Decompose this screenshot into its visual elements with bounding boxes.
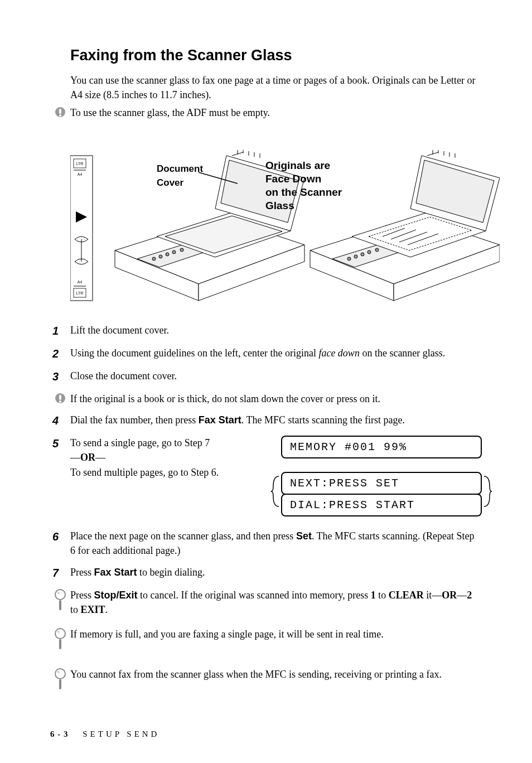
tip-cannot-fax-text: You cannot fax from the scanner glass wh… — [70, 667, 482, 682]
svg-point-38 — [347, 257, 351, 260]
svg-point-60 — [55, 590, 65, 600]
lcd-toggle-group: NEXT:PRESS SET DIAL:PRESS START — [281, 472, 482, 516]
svg-point-19 — [159, 255, 162, 258]
svg-point-2 — [59, 114, 61, 117]
footer-page-number: 6 - 3 — [50, 730, 69, 738]
tip-icon — [50, 627, 70, 651]
tip-stop-exit-text: Press Stop/Exit to cancel. If the origin… — [70, 588, 482, 617]
page-heading: Faxing from the Scanner Glass — [70, 45, 482, 66]
tip-icon — [50, 588, 70, 612]
step-number-7: 7 — [50, 565, 70, 581]
svg-point-66 — [55, 669, 65, 679]
step-number-4: 4 — [50, 413, 70, 429]
tip-cannot-fax: You cannot fax from the scanner glass wh… — [50, 667, 482, 692]
label-originals-3: on the Scanner — [265, 186, 342, 198]
svg-text:A4: A4 — [78, 172, 83, 176]
step-4-text: Dial the fax number, then press Fax Star… — [70, 413, 482, 427]
svg-rect-1 — [59, 109, 61, 114]
label-originals-4: Glass — [265, 200, 294, 211]
svg-marker-8 — [76, 211, 87, 223]
alert-adf: To use the scanner glass, the ADF must b… — [50, 105, 482, 122]
alert-book: If the original is a book or is thick, d… — [50, 392, 482, 408]
lcd-memory: MEMORY #001 99% — [281, 436, 482, 458]
warning-icon — [50, 105, 70, 122]
svg-point-41 — [367, 250, 371, 254]
step-5-text: To send a single page, go to Step 7 —OR—… — [70, 436, 270, 479]
lcd-dial: DIAL:PRESS START — [281, 494, 482, 516]
svg-rect-3 — [70, 156, 93, 301]
step-number-2: 2 — [50, 346, 70, 362]
svg-rect-62 — [59, 600, 61, 610]
svg-text:A4: A4 — [78, 280, 83, 284]
alert-book-text: If the original is a book or is thick, d… — [70, 392, 482, 406]
label-document-cover-2: Cover — [157, 177, 183, 188]
svg-point-67 — [57, 671, 60, 673]
svg-rect-68 — [59, 679, 61, 689]
svg-rect-65 — [59, 639, 61, 649]
svg-point-40 — [361, 253, 364, 256]
step-1-text: Lift the document cover. — [70, 323, 482, 337]
svg-point-61 — [57, 592, 60, 594]
svg-text:LTR: LTR — [76, 162, 84, 166]
svg-point-64 — [57, 631, 60, 633]
svg-point-59 — [59, 400, 61, 403]
step-number-5: 5 — [50, 436, 70, 452]
label-document-cover-1: Document — [157, 163, 203, 174]
footer-section-title: SETUP SEND — [83, 730, 159, 738]
svg-point-39 — [354, 255, 357, 258]
step-number-6: 6 — [50, 529, 70, 545]
step-3-text: Close the document cover. — [70, 369, 482, 383]
svg-point-63 — [55, 629, 65, 639]
svg-point-18 — [152, 257, 156, 260]
svg-point-20 — [166, 253, 169, 256]
alert-adf-text: To use the scanner glass, the ADF must b… — [70, 105, 482, 120]
svg-point-21 — [172, 250, 176, 254]
svg-point-42 — [375, 248, 379, 252]
tip-icon — [50, 667, 70, 692]
lcd-next: NEXT:PRESS SET — [281, 472, 482, 495]
scanner-illustration: LTR A4 A4 LTR — [70, 150, 482, 306]
tip-stop-exit: Press Stop/Exit to cancel. If the origin… — [50, 588, 482, 617]
intro-paragraph: You can use the scanner glass to fax one… — [70, 73, 482, 102]
svg-rect-58 — [59, 395, 61, 400]
svg-text:LTR: LTR — [76, 291, 84, 295]
tip-memory-full: If memory is full, and you are faxing a … — [50, 627, 482, 651]
step-7-text: Press Fax Start to begin dialing. — [70, 565, 482, 580]
step-6-text: Place the next page on the scanner glass… — [70, 529, 482, 558]
step-number-3: 3 — [50, 369, 70, 385]
svg-point-22 — [180, 248, 183, 252]
label-originals-2: Face Down — [265, 173, 321, 185]
step-number-1: 1 — [50, 323, 70, 339]
tip-memory-full-text: If memory is full, and you are faxing a … — [70, 627, 482, 641]
step-2-text: Using the document guidelines on the lef… — [70, 346, 482, 360]
page-footer: 6 - 3 SETUP SEND — [50, 728, 159, 741]
label-originals-1: Originals are — [265, 160, 330, 171]
warning-icon — [50, 392, 70, 408]
steps-list: 1 Lift the document cover. 2 Using the d… — [50, 323, 482, 385]
